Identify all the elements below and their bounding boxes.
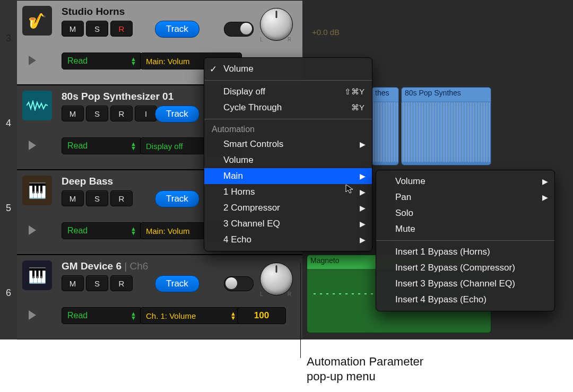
region-header: 80s Pop Synthes	[402, 88, 491, 101]
automation-param-submenu[interactable]: Volume▶ Pan▶ Solo Mute Insert 1 Bypass (…	[376, 170, 555, 311]
menu-separator	[376, 240, 554, 241]
track-name[interactable]: GM Device 6 | Ch6	[62, 260, 148, 272]
menu-item-1-horns[interactable]: 1 Horns▶	[204, 184, 372, 200]
automation-value[interactable]: 100	[237, 307, 286, 324]
region-header: thes	[372, 88, 398, 101]
doc-background	[0, 339, 573, 392]
submenu-arrow-icon: ▶	[542, 177, 548, 186]
play-icon[interactable]	[29, 141, 36, 150]
menu-separator	[204, 119, 372, 119]
mute-button[interactable]: M	[62, 21, 84, 37]
solo-button[interactable]: S	[86, 190, 108, 206]
submenu-arrow-icon: ▶	[360, 140, 366, 149]
submenu-arrow-icon: ▶	[542, 193, 548, 202]
record-button[interactable]: R	[110, 21, 133, 37]
record-button[interactable]: R	[110, 106, 133, 121]
track-name[interactable]: Studio Horns	[62, 6, 125, 18]
menu-item-volume[interactable]: Volume	[204, 152, 372, 168]
menu-section-header: Automation	[204, 123, 372, 136]
stepper-icon: ▲▼	[230, 311, 236, 320]
solo-button[interactable]: S	[86, 21, 108, 37]
track-icon[interactable]: 🎹	[22, 260, 52, 290]
pan-knob[interactable]	[260, 263, 293, 295]
stepper-icon: ▲▼	[131, 57, 136, 65]
callout-leader	[300, 263, 301, 358]
stepper-icon: ▲▼	[131, 227, 136, 235]
submenu-item-insert-4[interactable]: Insert 4 Bypass (Echo)	[376, 292, 554, 308]
track-number-column: 3 4 5 6	[0, 0, 17, 339]
waveform	[372, 102, 398, 162]
menu-item-4-echo[interactable]: 4 Echo▶	[204, 232, 372, 248]
submenu-item-mute[interactable]: Mute	[376, 221, 554, 237]
msr-group: M S R	[62, 275, 133, 291]
track-automation-button[interactable]: Track	[155, 106, 199, 123]
menu-item-main[interactable]: Main▶	[204, 168, 372, 184]
automation-param-menu[interactable]: ✓ Volume Display off ⇧⌘Y Cycle Through ⌘…	[204, 57, 372, 251]
menu-item-3-channel-eq[interactable]: 3 Channel EQ▶	[204, 216, 372, 232]
shortcut-label: ⇧⌘Y	[344, 87, 364, 97]
automation-mode-select[interactable]: Read▲▼	[62, 137, 142, 154]
mute-button[interactable]: M	[62, 275, 84, 291]
submenu-item-insert-2[interactable]: Insert 2 Bypass (Compressor)	[376, 260, 554, 276]
submenu-arrow-icon: ▶	[360, 188, 366, 196]
submenu-item-solo[interactable]: Solo	[376, 205, 554, 221]
menu-item-volume-checked[interactable]: ✓ Volume	[204, 61, 372, 77]
daw-window: +0.0 dB thes 80s Pop Synthes Magneto 🎷 S…	[0, 0, 573, 392]
track-name[interactable]: 80s Pop Synthesizer 01	[62, 91, 173, 102]
input-button[interactable]: I	[135, 106, 157, 121]
automation-toggle[interactable]	[224, 22, 254, 37]
track-icon[interactable]	[22, 91, 52, 120]
db-readout: +0.0 dB	[312, 28, 340, 37]
play-icon[interactable]	[29, 56, 36, 65]
msr-group: M S R	[62, 21, 133, 37]
track-number: 3	[0, 33, 17, 44]
track-automation-button[interactable]: Track	[155, 21, 199, 38]
track-name[interactable]: Deep Bass	[62, 176, 113, 187]
automation-toggle[interactable]	[224, 276, 254, 291]
menu-item-display-off[interactable]: Display off ⇧⌘Y	[204, 84, 372, 100]
submenu-arrow-icon: ▶	[360, 204, 366, 212]
menu-separator	[204, 80, 372, 81]
solo-button[interactable]: S	[86, 106, 108, 121]
msr-group: M S R	[62, 190, 133, 206]
menu-item-cycle-through[interactable]: Cycle Through ⌘Y	[204, 100, 372, 116]
pan-labels: LR	[260, 291, 292, 297]
track-icon[interactable]: 🎹	[22, 176, 52, 205]
track-icon[interactable]: 🎷	[22, 6, 52, 36]
submenu-item-pan[interactable]: Pan▶	[376, 189, 554, 205]
solo-button[interactable]: S	[86, 275, 108, 291]
track-automation-button[interactable]: Track	[155, 275, 199, 292]
submenu-arrow-icon: ▶	[360, 236, 366, 244]
play-icon[interactable]	[29, 310, 36, 320]
track-header-6[interactable]: 🎹 GM Device 6 | Ch6 M S R Track LR Read▲…	[17, 255, 302, 339]
submenu-arrow-icon: ▶	[360, 220, 366, 228]
submenu-arrow-icon: ▶	[360, 172, 366, 180]
automation-mode-select[interactable]: Read▲▼	[62, 222, 142, 239]
track-number: 6	[0, 288, 17, 299]
callout-text: Automation Parameter pop-up menu	[307, 354, 423, 384]
record-button[interactable]: R	[110, 275, 133, 291]
automation-mode-select[interactable]: Read▲▼	[62, 307, 142, 324]
mute-button[interactable]: M	[62, 190, 84, 206]
play-icon[interactable]	[29, 225, 36, 235]
region-synth-2[interactable]: 80s Pop Synthes	[401, 87, 491, 165]
submenu-item-insert-1[interactable]: Insert 1 Bypass (Horns)	[376, 244, 554, 260]
track-number: 5	[0, 203, 17, 214]
track-automation-button[interactable]: Track	[155, 190, 199, 207]
region-synth-1[interactable]: thes	[371, 87, 399, 165]
automation-mode-select[interactable]: Read▲▼	[62, 53, 142, 69]
submenu-item-insert-3[interactable]: Insert 3 Bypass (Channel EQ)	[376, 276, 554, 292]
checkmark-icon: ✓	[210, 64, 217, 75]
record-button[interactable]: R	[110, 190, 133, 206]
stepper-icon: ▲▼	[131, 142, 136, 150]
waveform	[402, 102, 491, 162]
automation-param-select[interactable]: Ch. 1: Volume▲▼	[140, 307, 242, 324]
submenu-item-volume[interactable]: Volume▶	[376, 173, 554, 189]
menu-item-smart-controls[interactable]: Smart Controls▶	[204, 136, 372, 152]
shortcut-label: ⌘Y	[351, 103, 364, 112]
pan-labels: LR	[260, 37, 292, 42]
pan-knob[interactable]	[260, 8, 293, 41]
menu-item-2-compressor[interactable]: 2 Compressor▶	[204, 200, 372, 216]
msr-group: M S R I	[62, 106, 157, 121]
mute-button[interactable]: M	[62, 106, 84, 121]
